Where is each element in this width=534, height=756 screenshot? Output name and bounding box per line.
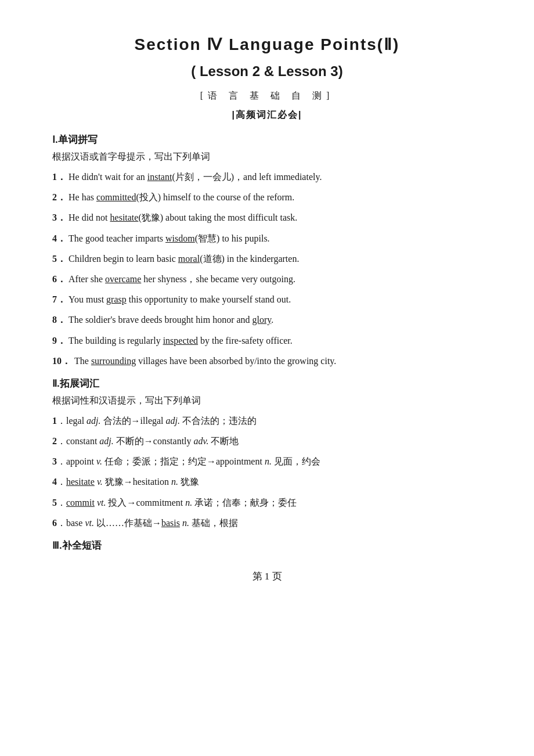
item-num: 1． (52, 413, 66, 429)
answer-word: instant (147, 172, 172, 182)
item-num: 7． (52, 291, 68, 307)
item-num: 3． (52, 453, 66, 469)
item-num: 6． (52, 515, 66, 531)
item-content: base vt. 以……作基础→basis n. 基础，根据 (66, 515, 238, 531)
section1-instruction: 根据汉语或首字母提示，写出下列单词 (52, 151, 482, 163)
answer-word: inspected (163, 336, 198, 345)
list-item: 10． The surrounding villages have been a… (52, 353, 482, 369)
list-item: 3． He did not hesitate(犹豫) about taking … (52, 210, 482, 225)
list-item: 4． The good teacher imparts wisdom(智慧) t… (52, 231, 482, 246)
item-num: 1． (52, 169, 68, 185)
item-content: He didn't wait for an instant(片刻，一会儿)，an… (68, 169, 322, 185)
list-item: 5． commit vt. 投入→commitment n. 承诺；信奉；献身；… (52, 495, 482, 510)
item-content: appoint v. 任命；委派；指定；约定→appointment n. 见面… (66, 453, 320, 469)
list-item: 1． legal adj. 合法的→illegal adj. 不合法的；违法的 (52, 413, 482, 429)
list-item: 2． constant adj. 不断的→constantly adv. 不断地 (52, 433, 482, 449)
item-content: constant adj. 不断的→constantly adv. 不断地 (66, 433, 239, 449)
list-item: 2． He has committed(投入) himself to the c… (52, 189, 482, 205)
item-num: 2． (52, 433, 66, 449)
section2-title: Ⅱ.拓展词汇 (52, 377, 482, 390)
list-item: 6． After she overcame her shyness，she be… (52, 271, 482, 287)
item-content: hesitate v. 犹豫→hesitation n. 犹豫 (66, 474, 199, 489)
answer-word: wisdom (165, 233, 195, 243)
item-num: 4． (52, 231, 68, 246)
item-content: legal adj. 合法的→illegal adj. 不合法的；违法的 (66, 413, 257, 429)
answer-word: committed (96, 192, 136, 202)
answer-word: commit (66, 498, 95, 507)
item-content: Children begin to learn basic moral(道德) … (68, 251, 299, 267)
section-label2: |高频词汇必会| (52, 109, 482, 121)
item-content: The surrounding villages have been absor… (74, 353, 336, 369)
item-content: The building is regularly inspected by t… (68, 333, 293, 348)
item-content: He did not hesitate(犹豫) about taking the… (68, 210, 297, 225)
item-num: 3． (52, 210, 68, 225)
item-content: commit vt. 投入→commitment n. 承诺；信奉；献身；委任 (66, 495, 297, 510)
item-num: 4． (52, 474, 66, 489)
answer-word: hesitate (66, 477, 95, 487)
item-num: 2． (52, 189, 68, 205)
section3-title: Ⅲ.补全短语 (52, 539, 482, 552)
item-num: 5． (52, 495, 66, 510)
list-item: 4． hesitate v. 犹豫→hesitation n. 犹豫 (52, 474, 482, 489)
list-item: 6． base vt. 以……作基础→basis n. 基础，根据 (52, 515, 482, 531)
item-num: 5． (52, 251, 68, 267)
answer-word: moral (178, 254, 200, 264)
list-item: 8． The soldier's brave deeds brought him… (52, 312, 482, 327)
item-content: The good teacher imparts wisdom(智慧) to h… (68, 231, 270, 246)
answer-word: hesitate (110, 213, 139, 222)
list-item: 5． Children begin to learn basic moral(道… (52, 251, 482, 267)
answer-word: surrounding (91, 356, 136, 366)
section1-title: Ⅰ.单词拼写 (52, 133, 482, 146)
answer-word: basis (161, 518, 180, 528)
item-content: You must grasp this opportunity to make … (68, 291, 291, 307)
list-item: 3． appoint v. 任命；委派；指定；约定→appointment n.… (52, 453, 482, 469)
page-number: 第 1 页 (252, 571, 282, 582)
list-item: 1． He didn't wait for an instant(片刻，一会儿)… (52, 169, 482, 185)
item-num: 9． (52, 333, 68, 348)
item-num: 10． (52, 353, 74, 369)
list-item: 7． You must grasp this opportunity to ma… (52, 291, 482, 307)
list-item: 9． The building is regularly inspected b… (52, 333, 482, 348)
main-title: Section Ⅳ Language Points(Ⅱ) (52, 35, 482, 54)
sub-title: ( Lesson 2 & Lesson 3) (52, 63, 482, 80)
item-content: The soldier's brave deeds brought him ho… (68, 312, 273, 327)
item-content: After she overcame her shyness，she becam… (68, 271, 295, 287)
answer-word: grasp (106, 294, 127, 304)
answer-word: overcame (105, 274, 141, 284)
item-num: 8． (52, 312, 68, 327)
item-num: 6． (52, 271, 68, 287)
answer-word: glory (252, 315, 272, 325)
item-content: He has committed(投入) himself to the cour… (68, 189, 294, 205)
section2-instruction: 根据词性和汉语提示，写出下列单词 (52, 395, 482, 407)
section-label1: [语 言 基 础 自 测] (52, 90, 482, 102)
